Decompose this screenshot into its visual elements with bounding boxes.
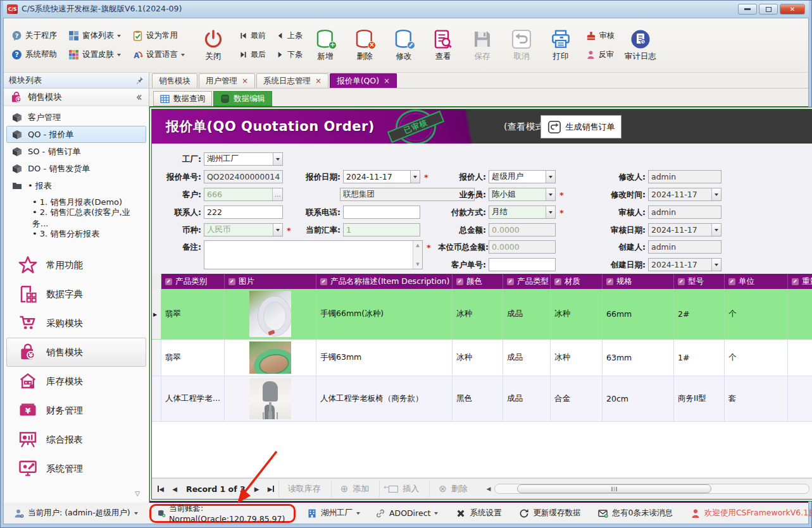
- dropdown-arrow-icon[interactable]: [711, 188, 721, 201]
- cell-weight[interactable]: [788, 376, 812, 422]
- minimize-button[interactable]: [738, 4, 757, 15]
- cell-color[interactable]: 黑色: [453, 376, 503, 422]
- module-button[interactable]: 系统管理: [6, 454, 146, 483]
- next-row-button[interactable]: ▶: [251, 482, 263, 496]
- cell-product-type[interactable]: 成品: [503, 340, 551, 376]
- close-form-button[interactable]: 关闭: [199, 27, 228, 64]
- cell-product-type[interactable]: 成品: [503, 289, 551, 340]
- quote-date-picker[interactable]: 2024-11-17: [343, 170, 420, 183]
- audit-date-picker[interactable]: 2024-11-17: [648, 223, 721, 236]
- first-record-button[interactable]: 最前: [239, 28, 266, 44]
- prev-row-button[interactable]: ◀: [168, 482, 181, 496]
- cell-image[interactable]: [225, 289, 316, 340]
- grid-column-header[interactable]: 重量: [788, 274, 812, 289]
- cell-color[interactable]: 冰种: [453, 340, 503, 376]
- cell-spec[interactable]: 63mm: [603, 340, 674, 376]
- scroll-left-arrow[interactable]: ◀: [484, 484, 493, 494]
- cell-spec[interactable]: 66mm: [603, 289, 674, 340]
- cell-unit[interactable]: 个: [725, 289, 788, 340]
- grid-column-header[interactable]: 产品类别: [161, 274, 225, 289]
- scrollbar-track[interactable]: [494, 484, 809, 494]
- system-settings-item[interactable]: 系统设置: [449, 506, 508, 521]
- sidebar-item[interactable]: • 2. 销售汇总表(按客户,业务...: [6, 210, 146, 226]
- cell-image[interactable]: [225, 340, 316, 376]
- module-button[interactable]: 财务管理: [6, 396, 146, 425]
- sidebar-overflow-arrow[interactable]: ▽: [4, 490, 149, 503]
- view-subtab[interactable]: 数据查询: [153, 91, 212, 106]
- grid-column-header[interactable]: 材质: [551, 274, 603, 289]
- insert-row-button[interactable]: 插入: [379, 481, 428, 497]
- form-list-button[interactable]: 窗体列表: [66, 28, 123, 44]
- sidebar-item[interactable]: SO - 销售订单: [6, 143, 146, 160]
- modify-button[interactable]: 修改: [387, 27, 420, 64]
- last-record-button[interactable]: 最后: [239, 47, 266, 63]
- tab-close-icon[interactable]: ×: [315, 77, 322, 85]
- view-button[interactable]: 查看: [427, 27, 459, 64]
- rate-input[interactable]: 1: [343, 223, 420, 236]
- skin-button[interactable]: 设置皮肤: [66, 47, 123, 63]
- next-record-button[interactable]: 下条: [276, 47, 303, 63]
- cell-category[interactable]: 人体工程学老...: [161, 376, 225, 422]
- dropdown-arrow-icon[interactable]: [273, 152, 282, 166]
- lookup-ellipsis-button[interactable]: …: [272, 188, 282, 201]
- module-button[interactable]: 库存模块: [6, 367, 146, 396]
- save-button[interactable]: 保存: [466, 27, 499, 64]
- sidebar-item[interactable]: • 报表: [6, 177, 146, 194]
- tab-close-icon[interactable]: ×: [242, 77, 248, 85]
- dropdown-arrow-icon[interactable]: [711, 223, 721, 236]
- payment-select[interactable]: 月结: [489, 206, 556, 219]
- unaudit-button[interactable]: 反审: [586, 47, 615, 63]
- add-row-button[interactable]: ⊕添加: [331, 481, 378, 497]
- load-stock-button[interactable]: 读取库存: [278, 481, 330, 497]
- connection-item[interactable]: ADODirect: [369, 506, 444, 521]
- module-button[interactable]: 数据字典: [6, 279, 146, 309]
- set-favorite-button[interactable]: 设为常用: [130, 28, 187, 44]
- tab-close-icon[interactable]: ×: [384, 77, 390, 85]
- last-row-button[interactable]: ▶: [265, 482, 277, 496]
- sidebar-item[interactable]: 客户管理: [6, 109, 146, 126]
- currency-select[interactable]: 人民币: [204, 223, 283, 236]
- view-subtab[interactable]: 数据编辑: [213, 91, 272, 106]
- grid-column-header[interactable]: 单位: [725, 274, 788, 289]
- cell-material[interactable]: 合金: [551, 376, 603, 422]
- grid-row[interactable]: 翡翠 手镯63mm 冰种 成品 冰种 63mm 1# 个: [152, 340, 812, 376]
- cell-category[interactable]: 翡翠: [161, 340, 225, 376]
- customer-po-input[interactable]: [489, 258, 556, 271]
- base-total-input[interactable]: 0.0000: [489, 240, 556, 254]
- delete-row-button[interactable]: ⊗删除: [429, 481, 477, 497]
- first-row-button[interactable]: ◀: [154, 482, 167, 496]
- delete-button[interactable]: × 删除: [348, 27, 381, 64]
- document-tab[interactable]: 报价单(QO) ×: [330, 73, 397, 88]
- module-button[interactable]: 采购模块: [6, 309, 146, 338]
- cell-description[interactable]: 手镯66mm(冰种): [316, 289, 453, 340]
- scroll-arrows[interactable]: ▲▼: [413, 241, 422, 269]
- modified-time-picker[interactable]: 2024-11-17: [648, 188, 721, 201]
- grid-column-header[interactable]: 规格: [603, 274, 674, 289]
- dropdown-arrow-icon[interactable]: [711, 258, 721, 271]
- customer-code-input[interactable]: 666…: [204, 188, 283, 201]
- grid-row[interactable]: 人体工程学老... 人体工程学老板椅（商务款） 黑色 成品 合金 20cm 商务…: [152, 376, 812, 422]
- dropdown-arrow-icon[interactable]: [546, 170, 555, 183]
- cell-category[interactable]: 翡翠: [161, 289, 225, 340]
- document-tab[interactable]: 用户管理 ×: [199, 73, 255, 88]
- grid-column-header[interactable]: 产品类型: [503, 274, 551, 289]
- grid-column-header[interactable]: 产品名称描述(Item Description): [316, 274, 453, 289]
- document-tab[interactable]: 系统日志管理 ×: [256, 73, 328, 88]
- close-button[interactable]: ✕: [780, 4, 805, 15]
- cell-description[interactable]: 人体工程学老板椅（商务款）: [316, 376, 453, 422]
- dropdown-arrow-icon[interactable]: [273, 223, 282, 236]
- generate-sales-order-button[interactable]: 生成销售订单: [540, 115, 621, 138]
- module-button[interactable]: 销售模块: [6, 338, 146, 367]
- scrollbar-thumb[interactable]: [517, 484, 712, 493]
- factory-select[interactable]: 湖州工厂: [204, 152, 283, 166]
- cell-model[interactable]: 2#: [674, 289, 725, 340]
- about-button[interactable]: 关于程序: [9, 28, 59, 44]
- dropdown-arrow-icon[interactable]: [546, 206, 555, 219]
- refresh-cache-item[interactable]: 更新缓存数据: [513, 506, 587, 521]
- grid-row[interactable]: 翡翠 手镯66mm(冰种) 冰种 成品 冰种 66mm 2# 个: [152, 289, 812, 340]
- add-button[interactable]: + 新增: [309, 27, 342, 64]
- cell-weight[interactable]: [788, 289, 812, 340]
- audit-log-button[interactable]: 审计日志: [621, 27, 660, 64]
- collapse-icon[interactable]: [134, 93, 142, 102]
- phone-input[interactable]: [343, 206, 420, 219]
